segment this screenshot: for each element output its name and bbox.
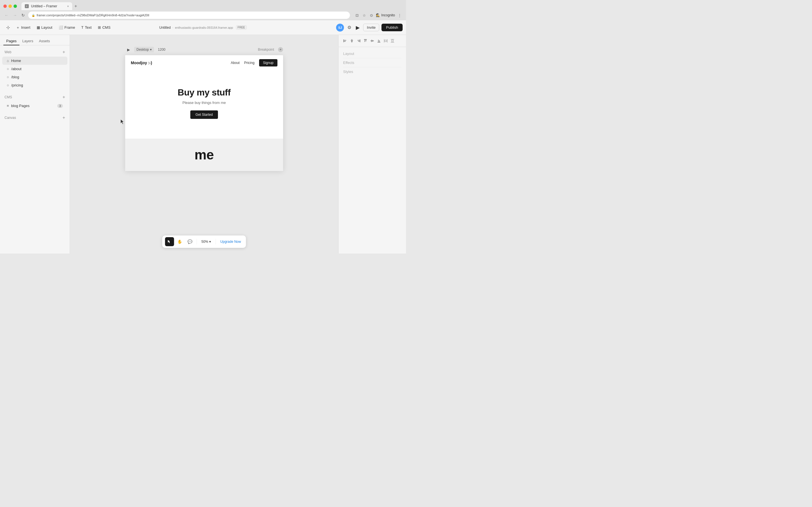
forward-button[interactable]: → bbox=[12, 12, 18, 18]
comment-tool-button[interactable]: 💬 bbox=[185, 237, 194, 246]
page-item-blog[interactable]: ○ /blog bbox=[2, 73, 67, 81]
align-bottom-button[interactable] bbox=[376, 38, 382, 44]
bookmark-icon[interactable]: ☆ bbox=[361, 12, 367, 18]
tab-layers[interactable]: Layers bbox=[19, 37, 36, 45]
svg-rect-14 bbox=[372, 40, 373, 42]
cms-blog-pages-label: blog Pages bbox=[11, 104, 30, 108]
frame-icon: ⬜ bbox=[59, 25, 63, 30]
breakpoint-label: Breakpoint bbox=[258, 48, 274, 52]
new-tab-button[interactable]: + bbox=[73, 3, 78, 10]
project-url: enthusiastic-guardrails-093164.framer.ap… bbox=[175, 26, 233, 29]
cms-label: CMS bbox=[102, 25, 110, 30]
page-item-home[interactable]: ⌂ Home bbox=[2, 57, 67, 65]
tab-assets[interactable]: Assets bbox=[36, 37, 53, 45]
profile-icon[interactable]: ⊙ bbox=[369, 12, 374, 18]
nav-pricing[interactable]: Pricing bbox=[244, 61, 255, 65]
add-breakpoint-button[interactable]: + bbox=[278, 47, 283, 52]
align-top-button[interactable] bbox=[362, 38, 368, 44]
text-label: Text bbox=[85, 25, 92, 30]
svg-rect-10 bbox=[364, 40, 365, 42]
select-tool-button[interactable] bbox=[165, 237, 174, 246]
site-bottom-section: me bbox=[125, 138, 283, 171]
frame-tool[interactable]: ⬜ Frame bbox=[56, 24, 78, 31]
viewport-chevron-icon: ▾ bbox=[150, 48, 152, 52]
settings-button[interactable]: ⚙ bbox=[346, 24, 352, 31]
distribute-h-button[interactable] bbox=[383, 38, 389, 44]
toolbar-center: Untitled · enthusiastic-guardrails-09316… bbox=[137, 25, 269, 30]
more-options-icon[interactable]: ⋮ bbox=[397, 12, 403, 18]
align-middle-v-button[interactable] bbox=[369, 38, 375, 44]
styles-section[interactable]: Styles bbox=[343, 67, 402, 76]
svg-rect-1 bbox=[344, 40, 346, 41]
canvas-area[interactable]: ▶ Desktop ▾ 1200 Breakpoint + Moodjoy :-… bbox=[70, 35, 338, 253]
layout-tool[interactable]: ▦ Layout bbox=[34, 24, 55, 31]
nav-about[interactable]: About bbox=[231, 61, 240, 65]
cms-collection-icon: ≡ bbox=[7, 104, 9, 108]
canvas-section: Canvas + bbox=[0, 114, 70, 121]
bottom-toolbar: ✋ 💬 50% ▾ Upgrade Now bbox=[162, 235, 246, 248]
cms-tool[interactable]: ⊞ CMS bbox=[95, 24, 113, 31]
align-center-h-button[interactable] bbox=[349, 38, 355, 44]
cms-section-title: CMS bbox=[4, 95, 12, 99]
project-name: Untitled bbox=[159, 25, 171, 30]
zoom-display[interactable]: 50% ▾ bbox=[199, 238, 213, 245]
cms-item-blog-pages[interactable]: ≡ blog Pages 3 bbox=[2, 102, 67, 110]
url-text: framer.com/projects/Untitled--mZ98oDWaPJ… bbox=[37, 13, 149, 17]
svg-rect-13 bbox=[371, 40, 372, 42]
free-badge: FREE bbox=[236, 25, 247, 30]
web-section-title: Web bbox=[4, 50, 11, 54]
preview-button[interactable]: ▶ bbox=[355, 23, 361, 32]
frame-play-button[interactable]: ▶ bbox=[125, 46, 132, 53]
page-item-about[interactable]: ○ /about bbox=[2, 65, 67, 73]
nav-signup-button[interactable]: Signup bbox=[259, 59, 277, 66]
frame-label: Frame bbox=[64, 25, 75, 30]
align-right-button[interactable] bbox=[356, 38, 362, 44]
cms-section-header: CMS + bbox=[0, 94, 70, 101]
invite-button[interactable]: Invite bbox=[363, 24, 379, 31]
hand-tool-button[interactable]: ✋ bbox=[175, 237, 184, 246]
align-left-button[interactable] bbox=[342, 38, 348, 44]
svg-rect-22 bbox=[391, 42, 394, 43]
back-button[interactable]: ← bbox=[3, 12, 10, 18]
user-avatar[interactable]: SJ bbox=[336, 24, 344, 32]
frame-toolbar: ▶ Desktop ▾ 1200 Breakpoint + bbox=[125, 46, 283, 53]
effects-section[interactable]: Effects bbox=[343, 58, 402, 67]
reload-button[interactable]: ↻ bbox=[20, 12, 26, 18]
incognito-icon: 🕵 bbox=[376, 13, 380, 17]
design-frame: Moodjoy :-) About Pricing Signup Buy my … bbox=[125, 55, 283, 171]
traffic-light-green[interactable] bbox=[13, 4, 17, 8]
text-tool[interactable]: T Text bbox=[79, 24, 94, 31]
svg-rect-12 bbox=[370, 41, 374, 41]
svg-rect-9 bbox=[364, 39, 367, 40]
tab-close-button[interactable]: × bbox=[67, 5, 69, 8]
svg-rect-18 bbox=[384, 39, 384, 43]
add-canvas-item-button[interactable]: + bbox=[63, 115, 65, 120]
add-web-page-button[interactable]: + bbox=[63, 50, 65, 54]
site-nav-links: About Pricing Signup bbox=[231, 59, 277, 66]
traffic-light-red[interactable] bbox=[3, 4, 7, 8]
site-logo: Moodjoy :-) bbox=[131, 61, 152, 65]
viewport-selector[interactable]: Desktop ▾ bbox=[134, 47, 154, 52]
align-tools bbox=[339, 35, 406, 47]
globe-icon-pricing: ○ bbox=[7, 83, 9, 87]
tab-pages[interactable]: Pages bbox=[3, 37, 19, 45]
publish-button[interactable]: Publish bbox=[382, 24, 403, 31]
right-panel-sections: Layout Effects Styles bbox=[339, 47, 406, 78]
url-bar[interactable]: 🔒 framer.com/projects/Untitled--mZ98oDWa… bbox=[28, 11, 350, 19]
cast-icon[interactable]: ⊡ bbox=[354, 12, 360, 18]
page-item-pricing[interactable]: ○ /pricing bbox=[2, 81, 67, 89]
add-cms-item-button[interactable]: + bbox=[63, 95, 65, 100]
browser-tab[interactable]: F Untitled – Framer × bbox=[21, 2, 72, 10]
framer-logo-button[interactable]: ⊹ bbox=[3, 23, 13, 32]
globe-icon-about: ○ bbox=[7, 67, 9, 71]
svg-rect-23 bbox=[392, 40, 393, 42]
layout-section[interactable]: Layout bbox=[343, 49, 402, 58]
insert-tool[interactable]: ＋ Insert bbox=[13, 23, 33, 32]
frame-container: ▶ Desktop ▾ 1200 Breakpoint + Moodjoy :-… bbox=[125, 46, 283, 171]
web-section: Web + ⌂ Home ○ /about ○ /blog ○ /prici bbox=[0, 49, 70, 89]
distribute-v-button[interactable] bbox=[389, 38, 396, 44]
upgrade-now-button[interactable]: Upgrade Now bbox=[218, 238, 243, 245]
hero-cta-button[interactable]: Get Started bbox=[190, 110, 218, 119]
traffic-light-yellow[interactable] bbox=[8, 4, 12, 8]
canvas-section-title: Canvas bbox=[4, 116, 16, 120]
